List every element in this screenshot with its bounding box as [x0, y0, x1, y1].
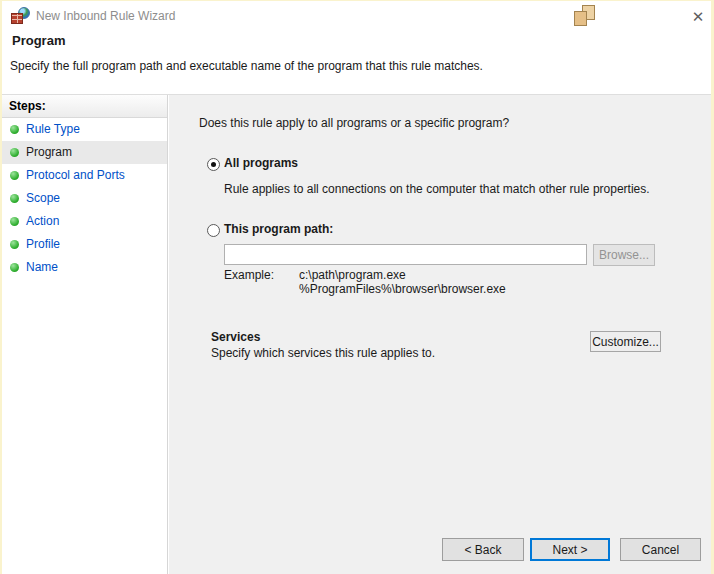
browse-button[interactable]: Browse...	[593, 244, 655, 266]
close-icon[interactable]: ✕	[687, 6, 709, 28]
all-programs-description: Rule applies to all connections on the c…	[224, 182, 650, 196]
back-button[interactable]: < Back	[442, 538, 524, 561]
services-title: Services	[211, 330, 260, 344]
program-path-radio[interactable]	[207, 224, 220, 237]
sidebar-item-label: Rule Type	[26, 122, 80, 136]
step-bullet-icon	[10, 171, 19, 180]
sidebar-item-label: Protocol and Ports	[26, 168, 125, 182]
page-front-icon	[574, 11, 587, 26]
example-label: Example:	[224, 268, 274, 282]
example-path-1: c:\path\program.exe	[299, 268, 506, 282]
program-path-label[interactable]: This program path:	[224, 222, 333, 236]
step-bullet-icon	[10, 217, 19, 226]
services-description: Specify which services this rule applies…	[211, 346, 435, 360]
sidebar-item-program[interactable]: Program	[2, 141, 167, 164]
titlebar: New Inbound Rule Wizard ✕	[2, 1, 711, 31]
page-title: Program	[12, 33, 65, 48]
steps-sidebar: Steps: Rule Type Program Protocol and Po…	[2, 95, 168, 574]
sidebar-item-name[interactable]: Name	[2, 256, 167, 279]
sidebar-item-scope[interactable]: Scope	[2, 187, 167, 210]
page-description: Specify the full program path and execut…	[10, 59, 483, 73]
step-bullet-icon	[10, 125, 19, 134]
example-paths: c:\path\program.exe %ProgramFiles%\brows…	[299, 268, 506, 296]
sidebar-item-label: Name	[26, 260, 58, 274]
window-title: New Inbound Rule Wizard	[36, 9, 175, 23]
all-programs-radio[interactable]	[207, 158, 220, 171]
step-bullet-icon	[10, 148, 19, 157]
firewall-icon	[11, 7, 30, 24]
sidebar-item-rule-type[interactable]: Rule Type	[2, 118, 167, 141]
sidebar-item-profile[interactable]: Profile	[2, 233, 167, 256]
step-bullet-icon	[10, 240, 19, 249]
customize-button[interactable]: Customize...	[590, 331, 661, 352]
content-panel: Does this rule apply to all programs or …	[169, 95, 711, 574]
sidebar-item-protocol-and-ports[interactable]: Protocol and Ports	[2, 164, 167, 187]
brick-wall-icon	[11, 13, 23, 24]
next-button[interactable]: Next >	[530, 538, 610, 561]
sidebar-item-label: Action	[26, 214, 59, 228]
sidebar-item-label: Profile	[26, 237, 60, 251]
cancel-button[interactable]: Cancel	[620, 538, 701, 561]
sidebar-item-action[interactable]: Action	[2, 210, 167, 233]
step-bullet-icon	[10, 194, 19, 203]
example-path-2: %ProgramFiles%\browser\browser.exe	[299, 282, 506, 296]
steps-heading: Steps:	[2, 95, 167, 118]
sidebar-item-label: Scope	[26, 191, 60, 205]
wizard-window: New Inbound Rule Wizard ✕ Program Specif…	[0, 0, 714, 574]
program-path-input[interactable]	[224, 244, 587, 265]
pages-icon	[573, 5, 598, 28]
step-bullet-icon	[10, 263, 19, 272]
question-text: Does this rule apply to all programs or …	[199, 116, 509, 130]
all-programs-label[interactable]: All programs	[224, 156, 298, 170]
sidebar-item-label: Program	[26, 145, 72, 159]
